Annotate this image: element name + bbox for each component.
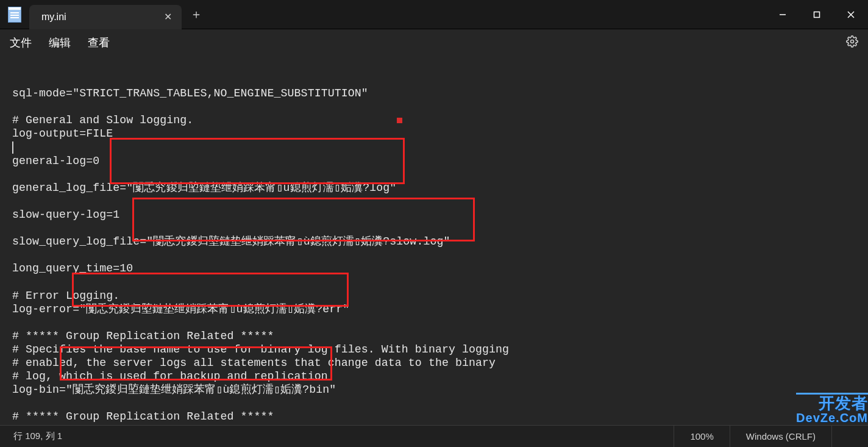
editor-line: # Error Logging.: [12, 289, 856, 302]
status-eol[interactable]: Windows (CRLF): [730, 426, 831, 447]
editor-line: slow_query_log_file="闅忎究鍐归埅鏈垫绁娋踩苯甯▯ù鎴煎灯濡…: [12, 235, 856, 248]
titlebar: my.ini ✕ ＋: [0, 0, 868, 29]
editor-line: slow-query-log=1: [12, 208, 856, 221]
text-editor[interactable]: sql-mode="STRICT_TRANS_TABLES,NO_ENGINE_…: [0, 56, 868, 447]
svg-point-4: [851, 40, 854, 43]
window-controls: [766, 0, 868, 29]
editor-line: # log, which is used for backup and repl…: [12, 370, 856, 383]
notepad-app-icon: [0, 0, 29, 29]
menu-file[interactable]: 文件: [10, 35, 32, 50]
editor-line: [12, 396, 856, 410]
close-icon[interactable]: ✕: [164, 11, 172, 23]
menubar: 文件 编辑 查看: [0, 29, 868, 56]
editor-line: [12, 221, 856, 235]
editor-line: [12, 100, 856, 113]
close-window-button[interactable]: [834, 0, 868, 29]
editor-line: general_log_file="闅忎究鍐归埅鏈垫绁娋踩苯甯▯ù鎴煎灯濡▯姤瀵…: [12, 181, 856, 195]
new-tab-button[interactable]: ＋: [182, 6, 211, 23]
gear-icon[interactable]: [846, 35, 858, 51]
status-position: 行 109, 列 1: [0, 431, 62, 442]
editor-line: # ***** Group Replication Related *****: [12, 329, 856, 343]
svg-rect-1: [814, 12, 820, 17]
editor-line: [12, 168, 856, 181]
editor-line: # Specifies the base name to use for bin…: [12, 343, 856, 356]
editor-line: log-output=FILE: [12, 127, 856, 140]
status-zoom[interactable]: 100%: [674, 426, 729, 447]
editor-line: # General and Slow logging.: [12, 113, 856, 127]
menu-edit[interactable]: 编辑: [49, 35, 71, 50]
minimize-button[interactable]: [766, 0, 800, 29]
editor-line: [12, 248, 856, 262]
tab-active[interactable]: my.ini ✕: [29, 5, 182, 29]
menu-view[interactable]: 查看: [88, 35, 110, 50]
editor-line: [12, 276, 856, 289]
editor-line: [12, 195, 856, 208]
red-marker: [397, 118, 402, 123]
editor-line: log-error="闅忎究鍐归埅鏈垫绁娋踩苯甯▯ù鎴煎灯濡▯姤瀵?err": [12, 302, 856, 316]
status-encoding-empty: [831, 426, 868, 447]
statusbar: 行 109, 列 1 100% Windows (CRLF): [0, 425, 868, 447]
maximize-button[interactable]: [800, 0, 834, 29]
editor-line: # enabled, the server logs all statement…: [12, 356, 856, 370]
editor-line: [12, 316, 856, 329]
titlebar-left: my.ini ✕ ＋: [0, 0, 211, 29]
editor-line: [12, 141, 856, 154]
editor-line: sql-mode="STRICT_TRANS_TABLES,NO_ENGINE_…: [12, 87, 856, 100]
tab-title: my.ini: [41, 12, 66, 23]
editor-line: log-bin="闅忎究鍐归埅鏈垫绁娋踩苯甯▯ù鎴煎灯濡▯姤瀵?bin": [12, 383, 856, 396]
editor-line: long_query_time=10: [12, 262, 856, 275]
editor-line: # ***** Group Replication Related *****: [12, 410, 856, 423]
editor-line: general-log=0: [12, 154, 856, 168]
